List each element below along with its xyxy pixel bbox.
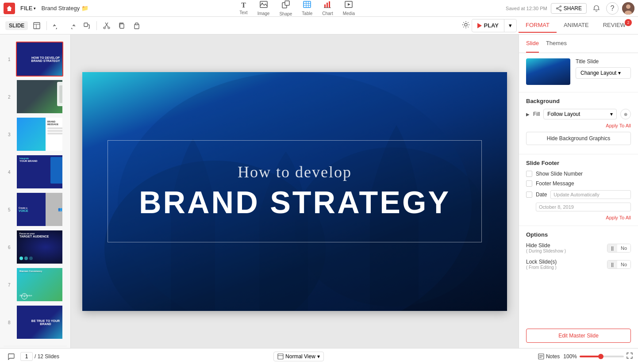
bottombar: / 12 Slides Normal View ▾ Notes 100% <box>0 348 638 364</box>
image-icon <box>260 1 268 10</box>
shape-label: Shape <box>279 11 292 16</box>
help-button[interactable]: ? <box>606 2 619 15</box>
tab-themes[interactable]: Themes <box>546 34 567 53</box>
topbar-left: FILE ▾ Brand Strategy 📁 <box>4 3 88 14</box>
bottombar-center: Normal View ▾ <box>63 352 534 361</box>
svg-rect-37 <box>135 23 138 25</box>
chat-button[interactable] <box>5 351 17 362</box>
slide-thumb-6[interactable]: Focus on your TARGET AUDIENCE <box>16 230 63 264</box>
slide-canvas[interactable]: How to develop BRAND STRATEGY <box>82 72 507 311</box>
shape-tool[interactable]: Shape <box>275 0 296 18</box>
layout-icon-btn[interactable] <box>31 19 43 32</box>
layout-section: Title Slide Change Layout ▾ <box>526 58 631 85</box>
tab-animate[interactable]: ANIMATE <box>557 18 596 33</box>
slide-thumb-4[interactable]: Integrate YOUR BRAND <box>16 154 63 189</box>
show-slide-number-checkbox[interactable] <box>526 171 532 177</box>
date-auto-input[interactable] <box>550 190 631 199</box>
hide-slide-toggle-off[interactable]: || <box>607 244 617 252</box>
topbar: FILE ▾ Brand Strategy 📁 T Text Image <box>0 0 638 17</box>
slide-thumb-1[interactable]: How to developBRAND STRATEGY <box>16 42 63 77</box>
fill-select-dropdown[interactable]: Follow Layout ▾ <box>543 109 617 119</box>
slide-preview-2 <box>17 80 63 113</box>
notifications-button[interactable] <box>590 2 603 15</box>
chart-tool[interactable]: Chart <box>318 0 337 18</box>
slide-subtitle: How to develop <box>139 163 450 181</box>
bottombar-right: Notes 100% <box>538 353 633 360</box>
apply-to-all-2-button[interactable]: Apply To All <box>526 215 631 220</box>
svg-point-34 <box>108 27 110 29</box>
slide-thumb-2[interactable] <box>16 79 63 114</box>
chart-icon <box>323 1 331 10</box>
image-label: Image <box>258 11 270 16</box>
zoom-slider[interactable] <box>580 356 624 357</box>
page-input[interactable] <box>20 352 33 361</box>
fill-expand-icon[interactable]: ▶ <box>526 112 530 117</box>
user-avatar[interactable] <box>622 2 634 15</box>
media-tool[interactable]: Media <box>338 0 359 18</box>
date-checkbox[interactable] <box>526 192 532 198</box>
text-tool[interactable]: T Text <box>235 0 252 17</box>
doc-title-text: Brand Strategy <box>41 5 80 11</box>
share-button[interactable]: SHARE <box>551 3 587 14</box>
slide-mode-label[interactable]: SLIDE <box>5 21 28 30</box>
insert-toolbar: T Text Image Shape Table <box>235 0 359 18</box>
hide-background-button[interactable]: Hide Background Graphics <box>526 132 631 145</box>
zoom-fit-button[interactable] <box>626 353 633 360</box>
slide-thumb-3[interactable]: BRANDMESSAGE <box>16 117 63 152</box>
notes-button[interactable]: Notes <box>538 353 560 360</box>
date-value-input[interactable] <box>536 203 631 211</box>
table-tool[interactable]: Table <box>297 0 317 18</box>
paste-button[interactable] <box>131 19 143 32</box>
divider <box>519 92 638 92</box>
text-icon: T <box>241 1 246 9</box>
lock-slide-toggle-off[interactable]: || <box>607 261 617 268</box>
slide-preview-6: Focus on your TARGET AUDIENCE <box>17 230 63 264</box>
slide-text-container: How to develop BRAND STRATEGY <box>108 140 482 242</box>
view-chevron-icon: ▾ <box>317 353 320 360</box>
fill-circle-button[interactable]: ⊕ <box>620 109 631 119</box>
svg-rect-11 <box>327 3 328 8</box>
lock-slide-sublabel: ( From Editing ) <box>526 265 557 270</box>
home-button[interactable] <box>4 3 15 14</box>
svg-rect-12 <box>329 1 330 8</box>
slide-preview-right: BRANDMESSAGE <box>46 118 63 151</box>
file-menu[interactable]: FILE ▾ <box>17 3 39 13</box>
cut-button[interactable] <box>100 19 113 32</box>
svg-rect-42 <box>278 354 283 359</box>
slide-item: 1 How to developBRAND STRATEGY <box>7 42 63 77</box>
svg-marker-0 <box>7 6 12 11</box>
layout-thumb-preview <box>526 58 570 85</box>
normal-view-button[interactable]: Normal View ▾ <box>273 352 324 361</box>
redo-button[interactable] <box>65 19 78 32</box>
change-layout-button[interactable]: Change Layout ▾ <box>576 67 631 79</box>
thumb-line <box>47 127 63 129</box>
image-tool[interactable]: Image <box>253 0 274 18</box>
slide-thumb-8[interactable]: BE TRUE TO YOURBRAND <box>16 305 63 340</box>
copy-button[interactable] <box>115 19 128 32</box>
lock-slide-toggle-no[interactable]: No <box>617 261 630 268</box>
slide-settings-icon[interactable] <box>462 21 470 31</box>
undo-button[interactable] <box>50 19 63 32</box>
paint-format-button[interactable] <box>81 19 93 32</box>
lock-slide-label-group: Lock Slide(s) ( From Editing ) <box>526 259 557 270</box>
slide-thumb-5[interactable]: Create a VOICE 👥 <box>16 192 63 227</box>
apply-to-all-button[interactable]: Apply To All <box>526 123 631 128</box>
play-button-group: PLAY ▾ <box>472 19 516 32</box>
tab-format[interactable]: FORMAT <box>519 18 557 33</box>
hide-slide-toggle-no[interactable]: No <box>617 244 630 252</box>
play-dropdown[interactable]: ▾ <box>504 19 516 32</box>
edit-master-slide-button[interactable]: Edit Master Slide <box>526 329 631 343</box>
slide-item: 5 Create a VOICE 👥 <box>7 192 63 227</box>
tab-slide[interactable]: Slide <box>526 34 539 53</box>
canvas-area[interactable]: How to develop BRAND STRATEGY <box>71 34 519 348</box>
play-icon <box>477 23 482 28</box>
footer-message-checkbox[interactable] <box>526 180 532 187</box>
svg-line-32 <box>105 23 108 27</box>
chevron-down-icon: ▾ <box>618 70 621 76</box>
hide-slide-label-group: Hide Slide ( During Slideshow ) <box>526 242 566 253</box>
tab-review[interactable]: REVIEW 2 <box>596 18 633 33</box>
layout-thumbnail <box>526 58 570 85</box>
slide-thumb-7[interactable]: Maintain Consistency Add Emotion + <box>16 267 63 302</box>
play-button[interactable]: PLAY <box>472 20 503 31</box>
review-badge: 2 <box>625 19 632 26</box>
